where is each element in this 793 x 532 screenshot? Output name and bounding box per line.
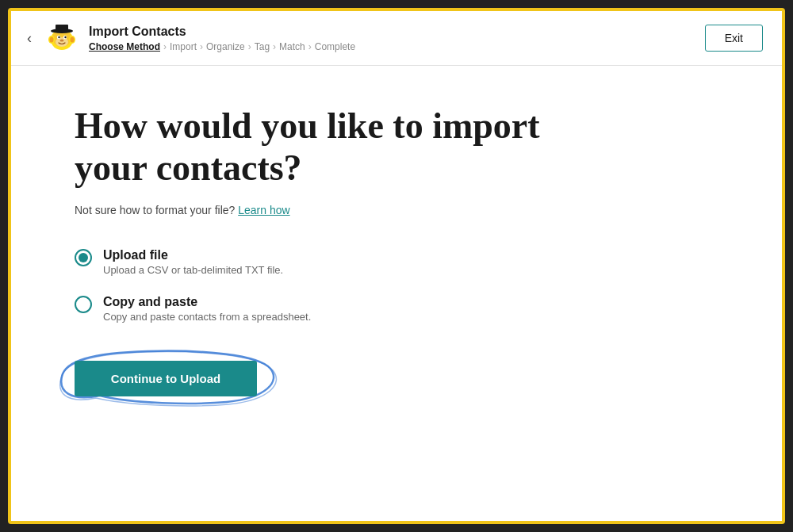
option-upload-label: Upload file <box>103 248 283 262</box>
radio-upload-file-inner <box>79 253 88 262</box>
option-copy-text: Copy and paste Copy and paste contacts f… <box>103 295 311 323</box>
breadcrumb-complete: Complete <box>315 41 355 52</box>
subtitle: Not sure how to format your file? Learn … <box>75 204 718 216</box>
option-copy-desc: Copy and paste contacts from a spreadshe… <box>103 311 311 323</box>
svg-point-10 <box>64 36 66 38</box>
option-copy-paste[interactable]: Copy and paste Copy and paste contacts f… <box>75 295 718 323</box>
svg-point-11 <box>60 40 64 42</box>
exit-button[interactable]: Exit <box>705 25 763 52</box>
svg-point-9 <box>58 36 59 38</box>
breadcrumb-sep-1: › <box>163 41 167 52</box>
main-content: How would you like to import your contac… <box>11 66 782 521</box>
page-heading: How would you like to import your contac… <box>75 105 550 189</box>
svg-point-4 <box>50 37 54 43</box>
radio-upload-file[interactable] <box>75 249 92 266</box>
mailchimp-logo <box>44 21 79 55</box>
app-container: ‹ <box>8 8 785 524</box>
option-upload-desc: Upload a CSV or tab-delimited TXT file. <box>103 264 283 276</box>
option-copy-label: Copy and paste <box>103 295 311 309</box>
breadcrumb-sep-4: › <box>273 41 276 52</box>
breadcrumb: Choose Method › Import › Organize › Tag … <box>89 41 355 52</box>
breadcrumb-sep-5: › <box>308 41 312 52</box>
svg-rect-13 <box>56 25 68 33</box>
breadcrumb-choose-method: Choose Method <box>89 41 160 52</box>
breadcrumb-match: Match <box>279 41 305 52</box>
header-title-block: Import Contacts Choose Method › Import ›… <box>89 24 355 52</box>
back-button[interactable]: ‹ <box>24 27 35 50</box>
header-left: ‹ <box>24 21 355 55</box>
radio-copy-paste[interactable] <box>75 296 92 313</box>
options-container: Upload file Upload a CSV or tab-delimite… <box>75 248 718 323</box>
page-title: Import Contacts <box>89 24 355 39</box>
breadcrumb-sep-2: › <box>200 41 203 52</box>
breadcrumb-import: Import <box>170 41 197 52</box>
continue-button[interactable]: Continue to Upload <box>75 361 257 396</box>
svg-point-6 <box>56 37 68 47</box>
learn-how-link[interactable]: Learn how <box>238 204 289 216</box>
breadcrumb-tag: Tag <box>255 41 270 52</box>
header: ‹ <box>11 11 782 66</box>
option-upload-text: Upload file Upload a CSV or tab-delimite… <box>103 248 283 276</box>
option-upload-file[interactable]: Upload file Upload a CSV or tab-delimite… <box>75 248 718 276</box>
breadcrumb-sep-3: › <box>248 41 251 52</box>
continue-button-wrapper: Continue to Upload <box>75 361 257 396</box>
svg-point-5 <box>71 37 75 43</box>
breadcrumb-organize: Organize <box>206 41 245 52</box>
